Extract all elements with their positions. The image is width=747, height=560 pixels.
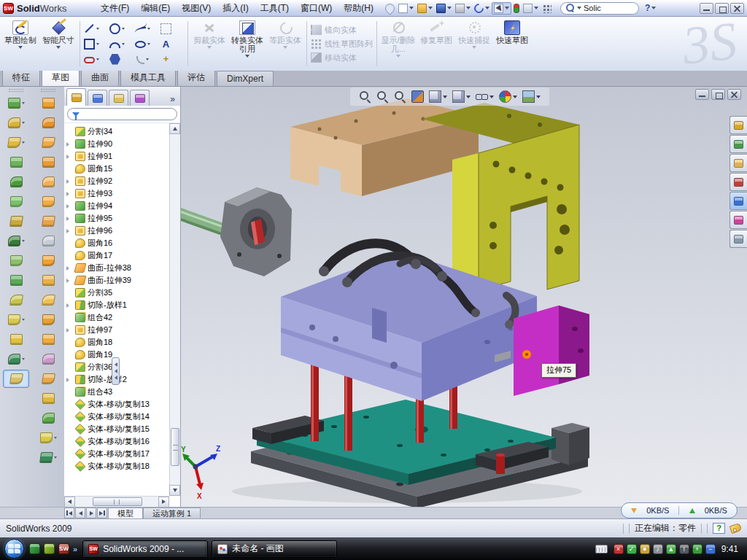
security-shield-icon[interactable]: ✓ [627, 544, 637, 554]
appearances-scenes-tab-button[interactable] [729, 211, 747, 229]
zoom-in-out-button[interactable] [394, 90, 406, 103]
restore-button[interactable] [715, 3, 729, 14]
surfaces-knit-surface-button[interactable] [35, 311, 61, 329]
tags-icon[interactable] [729, 523, 743, 534]
tab-4[interactable]: 评估 [177, 69, 215, 86]
view-palette-tab-button[interactable] [729, 192, 747, 210]
keyboard-layout-icon[interactable] [595, 545, 608, 553]
tab-5[interactable]: DimXpert [217, 71, 274, 86]
feature-tree-item[interactable]: 拉伸95 [66, 212, 169, 225]
feature-tree-item[interactable]: 实体-移动/复制18 [66, 460, 169, 472]
tab-2[interactable]: 曲面 [81, 69, 119, 86]
print-button[interactable] [454, 3, 472, 14]
dropdown-caret-icon[interactable] [447, 7, 452, 9]
apply-scene-button[interactable] [522, 90, 541, 103]
help-button[interactable]: ? [645, 3, 656, 13]
feature-tree-item[interactable]: 组合42 [66, 311, 169, 324]
solidworks-resources-tab-button[interactable] [729, 135, 747, 153]
surfaces-surface-curve-button[interactable] [35, 448, 61, 467]
dropdown-caret-icon[interactable] [147, 43, 150, 45]
doc-close-button[interactable] [727, 89, 741, 100]
surfaces-planar-surface-button[interactable] [35, 192, 61, 211]
features-rib-button[interactable] [3, 192, 29, 211]
dropdown-caret-icon[interactable] [513, 96, 517, 98]
search-input[interactable] [584, 4, 627, 12]
ribbon-button-convert[interactable]: 转换实体引用 [228, 18, 266, 58]
feature-tree-item[interactable]: 分割35 [66, 287, 169, 299]
feature-tree-item[interactable]: 实体-移动/复制16 [66, 435, 169, 448]
sketch-fillet-button[interactable] [135, 52, 158, 67]
dropdown-caret-icon[interactable] [122, 28, 125, 30]
expand-arrow[interactable] [66, 203, 73, 209]
surfaces-radiate-surface-button[interactable] [35, 252, 61, 270]
flyout-caret-icon[interactable] [22, 141, 25, 144]
zoom-fit-button[interactable] [359, 90, 371, 103]
document-tab-1[interactable]: 运动算例 1 [143, 508, 201, 518]
menubar-item-2[interactable]: 视图(V) [176, 0, 217, 17]
features-draft-button[interactable] [3, 153, 29, 171]
selection-box-button[interactable] [160, 21, 184, 36]
feature-tree-item[interactable]: 拉伸96 [66, 225, 169, 237]
sync-icon[interactable]: ▲ [666, 544, 676, 554]
ribbon-button-rapid[interactable]: 快速草图 [493, 18, 531, 44]
dropdown-caret-icon[interactable] [96, 43, 99, 45]
menubar-item-5[interactable]: 窗口(W) [295, 0, 338, 17]
dropdown-caret-icon[interactable] [122, 43, 125, 45]
file-explorer-tab-button[interactable] [729, 173, 747, 191]
rectangle-button[interactable] [84, 36, 107, 52]
dropdown-caret-icon[interactable] [146, 58, 149, 61]
surfaces-freeform-button[interactable] [35, 232, 61, 250]
features-fillet-button[interactable] [3, 133, 29, 152]
network-warning-icon[interactable]: ! [679, 544, 689, 554]
dropdown-caret-icon[interactable] [96, 28, 99, 30]
feature-tree-item[interactable]: 组合43 [66, 386, 169, 398]
feature-tree-item[interactable]: 圆角17 [66, 249, 169, 262]
scroll-right-button[interactable] [158, 497, 169, 508]
feature-tree-item[interactable]: 拉伸92 [66, 175, 169, 187]
expand-arrow[interactable] [66, 265, 73, 271]
feature-tree-item[interactable]: 实体-移动/复制13 [66, 398, 169, 411]
tree-vertical-scrollbar[interactable] [169, 123, 180, 496]
ribbon-button-dimension[interactable]: 智能尺寸 [39, 18, 77, 49]
feature-tree-item[interactable]: 圆角16 [66, 237, 169, 249]
feature-tree-item[interactable]: 分割34 [66, 125, 169, 138]
dropdown-caret-icon[interactable] [96, 58, 99, 61]
ribbon-button-sketch[interactable]: 草图绘制 [1, 18, 39, 49]
graphics-viewport[interactable]: Y Z X 拉伸75 [181, 87, 747, 507]
features-wrap-button[interactable] [3, 212, 29, 230]
feature-tree-item[interactable]: 实体-移动/复制15 [66, 423, 169, 435]
dropdown-caret-icon[interactable] [428, 7, 433, 9]
save-button[interactable] [435, 3, 453, 14]
point-button[interactable]: + [160, 52, 184, 67]
flyout-caret-icon[interactable] [54, 437, 57, 439]
expand-arrow[interactable] [66, 190, 73, 197]
surfaces-extend-surface-button[interactable] [35, 330, 61, 349]
quick-tips-icon[interactable]: ? [713, 523, 725, 534]
model-side-step-block[interactable] [551, 423, 589, 465]
solidworks-quicklaunch-icon[interactable]: SW [58, 543, 69, 554]
network-speed-widget[interactable]: 0KB/S 0KB/S [621, 502, 738, 518]
search-caret-icon[interactable] [577, 7, 581, 9]
dropdown-caret-icon[interactable] [466, 96, 471, 98]
surfaces-lofted-surface-button[interactable] [35, 133, 61, 152]
feature-tree-item[interactable]: 拉伸97 [66, 324, 169, 336]
messenger-icon[interactable] [29, 543, 40, 554]
menubar-item-1[interactable]: 编辑(E) [135, 0, 176, 17]
expand-arrow[interactable] [66, 141, 73, 147]
feature-tree-item[interactable]: 圆角15 [66, 163, 169, 175]
doc-minimize-button[interactable] [695, 89, 709, 100]
flyout-caret-icon[interactable] [22, 102, 25, 104]
tree-filter-input[interactable] [67, 108, 177, 120]
expand-arrow[interactable] [66, 178, 73, 184]
scrollbar-thumb[interactable] [93, 497, 142, 506]
flyout-caret-icon[interactable] [22, 319, 25, 321]
model-bracket-gray[interactable] [220, 187, 292, 276]
select-button[interactable] [492, 2, 511, 15]
expand-arrow[interactable] [66, 376, 73, 383]
media-player-icon[interactable] [44, 543, 55, 554]
taskbar-task-1[interactable]: 未命名 - 画图 [212, 540, 337, 558]
text-button[interactable]: A [160, 36, 184, 52]
surfaces-untrim-surface-button[interactable] [35, 370, 61, 388]
surfaces-delete-face-button[interactable] [35, 271, 61, 289]
expand-arrow[interactable] [66, 302, 73, 308]
